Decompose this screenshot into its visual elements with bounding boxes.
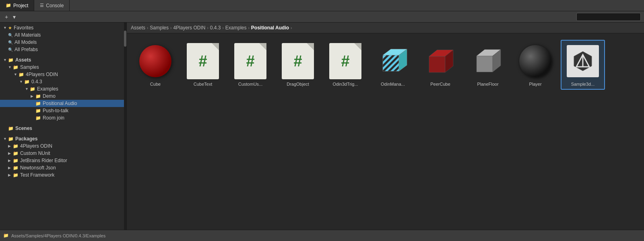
breadcrumb-sep-6: ›: [291, 26, 292, 30]
version-arrow: [19, 80, 24, 84]
sidebar: ★ Favorites 🔍 All Materials 🔍 All Models…: [0, 23, 127, 230]
examples-arrow: [25, 87, 30, 91]
sidebar-item-all-models[interactable]: 🔍 All Models: [0, 39, 126, 46]
asset-drag-object[interactable]: # DragObject: [276, 40, 320, 90]
4players-folder-icon: 📁: [19, 72, 24, 77]
add-button[interactable]: +: [3, 13, 10, 21]
sidebar-item-4players-odin[interactable]: 📁 4Players ODIN: [0, 71, 126, 78]
breadcrumb-assets[interactable]: Assets: [131, 25, 145, 31]
sidebar-item-room-join[interactable]: 📁 Room join: [0, 114, 126, 122]
search-sm-icon: 🔍: [8, 33, 13, 37]
content-area: Assets › Samples › 4Players ODIN › 0.4.3…: [127, 23, 644, 230]
sidebar-item-scenes[interactable]: 📁 Scenes: [0, 125, 126, 132]
breadcrumb: Assets › Samples › 4Players ODIN › 0.4.3…: [127, 23, 644, 33]
sidebar-item-push-to-talk[interactable]: 📁 Push-to-talk: [0, 107, 126, 114]
sidebar-item-demo[interactable]: 📁 Demo: [0, 93, 126, 100]
sidebar-item-packages[interactable]: 📁 Packages: [0, 135, 126, 142]
sidebar-item-positional-audio[interactable]: 📁 Positional Audio: [0, 100, 126, 107]
asset-sample3d-thumb: [565, 43, 601, 79]
demo-label: Demo: [43, 93, 56, 99]
script-icon-drag-object: #: [282, 43, 314, 79]
asset-odin3d-trig[interactable]: # Odin3dTrig...: [323, 40, 367, 90]
project-tab-icon: 📁: [6, 3, 11, 8]
sidebar-item-samples[interactable]: 📁 Samples: [0, 64, 126, 71]
newtonsoft-arrow: [8, 166, 13, 170]
toolbar-left: + ▾: [3, 13, 17, 21]
4players-pkg-label: 4Players ODIN: [20, 143, 52, 149]
examples-folder-icon: 📁: [30, 87, 35, 92]
asset-cube-label: Cube: [150, 82, 161, 87]
sidebar-item-examples[interactable]: 📁 Examples: [0, 85, 126, 93]
breadcrumb-positional-audio[interactable]: Positional Audio: [251, 25, 289, 31]
svg-marker-5: [429, 56, 445, 72]
all-materials-label: All Materials: [14, 32, 41, 38]
assets-section: 📁 Assets 📁 Samples 📁 4Players ODIN 📁 0.4…: [0, 55, 126, 123]
sidebar-item-0.4.3[interactable]: 📁 0.4.3: [0, 78, 126, 85]
asset-cube-text[interactable]: # CubeText: [181, 40, 225, 90]
sidebar-scrollbar[interactable]: [124, 23, 126, 230]
asset-custom-us[interactable]: # CustomUs...: [228, 40, 272, 90]
jetbrains-folder-icon: 📁: [13, 158, 19, 163]
sidebar-item-all-materials[interactable]: 🔍 All Materials: [0, 31, 126, 39]
all-models-label: All Models: [14, 39, 37, 45]
red-sphere-icon: [139, 45, 171, 77]
packages-section: 📁 Packages 📁 4Players ODIN 📁 Custom NUni…: [0, 134, 126, 180]
breadcrumb-sep-3: ›: [207, 26, 208, 30]
sidebar-item-test-framework[interactable]: 📁 Test Framework: [0, 171, 126, 179]
asset-player[interactable]: Player: [513, 40, 557, 90]
dark-red-cube-icon: [424, 45, 456, 77]
scenes-label: Scenes: [15, 126, 32, 131]
hash-icon-3: #: [293, 54, 302, 69]
sidebar-scrollbar-thumb[interactable]: [124, 31, 126, 47]
sidebar-item-custom-nunit[interactable]: 📁 Custom NUnit: [0, 150, 126, 157]
jetbrains-label: JetBrains Rider Editor: [20, 158, 67, 163]
newtonsoft-label: Newtonsoft Json: [20, 165, 56, 171]
breadcrumb-examples[interactable]: Examples: [225, 25, 247, 31]
asset-sample3d-label: Sample3d...: [571, 82, 595, 87]
asset-odin-mana-label: OdinMana...: [381, 82, 405, 87]
sidebar-item-jetbrains[interactable]: 📁 JetBrains Rider Editor: [0, 157, 126, 164]
positional-audio-label: Positional Audio: [43, 101, 77, 106]
breadcrumb-4players[interactable]: 4Players ODIN: [173, 25, 205, 31]
asset-odin-mana-thumb: [375, 43, 411, 79]
asset-drag-object-label: DragObject: [287, 82, 309, 87]
breadcrumb-sep-1: ›: [147, 26, 148, 30]
script-icon-custom-us: #: [234, 43, 266, 79]
sidebar-item-assets[interactable]: 📁 Assets: [0, 56, 126, 64]
search-sm-icon-2: 🔍: [8, 40, 13, 45]
asset-cube[interactable]: Cube: [133, 40, 178, 90]
asset-peer-cube-thumb: [422, 43, 458, 79]
sidebar-item-4players-odin-pkg[interactable]: 📁 4Players ODIN: [0, 142, 126, 150]
favorites-arrow: [3, 26, 8, 30]
packages-label: Packages: [15, 136, 37, 142]
asset-sample3d[interactable]: Sample3d...: [561, 40, 605, 90]
black-sphere-icon: [519, 45, 551, 77]
search-input[interactable]: [576, 13, 641, 21]
script-icon-cube-text: #: [187, 43, 219, 79]
tab-project[interactable]: 📁 Project: [0, 0, 34, 11]
samples-arrow: [8, 65, 13, 69]
asset-odin-mana[interactable]: OdinMana...: [371, 40, 415, 90]
sidebar-item-newtonsoft[interactable]: 📁 Newtonsoft Json: [0, 164, 126, 171]
add-dropdown-button[interactable]: ▾: [11, 13, 17, 21]
push-to-talk-label: Push-to-talk: [43, 108, 68, 113]
sidebar-item-all-prefabs[interactable]: 🔍 All Prefabs: [0, 46, 126, 53]
asset-peer-cube[interactable]: PeerCube: [418, 40, 462, 90]
breadcrumb-version[interactable]: 0.4.3: [210, 25, 221, 31]
asset-cube-text-thumb: #: [185, 43, 221, 79]
custom-nunit-folder-icon: 📁: [13, 151, 19, 156]
asset-peer-cube-label: PeerCube: [430, 82, 450, 87]
asset-plane-floor[interactable]: PlaneFloor: [466, 40, 510, 90]
newtonsoft-folder-icon: 📁: [13, 165, 19, 171]
toolbar: + ▾: [0, 11, 644, 23]
samples-folder-icon: 📁: [13, 65, 19, 70]
tab-console[interactable]: ☰ Console: [34, 0, 70, 11]
assets-folder-icon: 📁: [8, 58, 14, 63]
samples-label: Samples: [20, 64, 39, 70]
sidebar-item-favorites[interactable]: ★ Favorites: [0, 24, 126, 31]
script-icon-odin3d: #: [329, 43, 361, 79]
search-sm-icon-3: 🔍: [8, 47, 13, 52]
breadcrumb-samples[interactable]: Samples: [150, 25, 169, 31]
svg-marker-2: [383, 55, 399, 71]
positional-audio-folder-icon: 📁: [35, 101, 41, 106]
